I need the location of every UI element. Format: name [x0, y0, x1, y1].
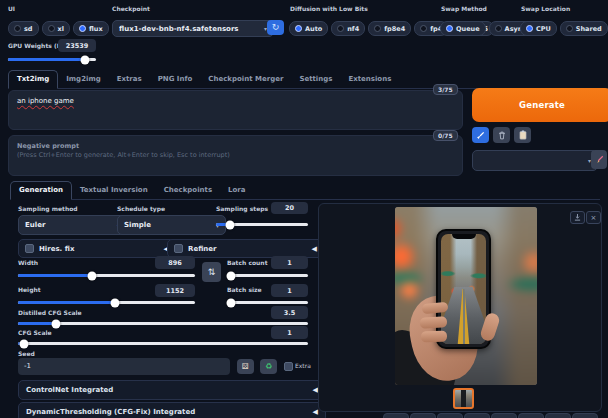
hires-fix-checkbox[interactable]	[25, 244, 34, 253]
paintbrush-icon	[476, 131, 485, 140]
refresh-icon: ↻	[272, 23, 280, 32]
slider-handle[interactable]	[227, 271, 236, 280]
clear-prompt-button[interactable]	[493, 127, 510, 143]
radio-dot	[337, 25, 344, 32]
cfg-scale-slider[interactable]	[18, 342, 308, 345]
gallery-action-button[interactable]	[383, 413, 409, 418]
random-seed-button[interactable]: ⚄	[237, 359, 254, 374]
tab-extensions[interactable]: Extensions	[340, 71, 399, 88]
radio-cpu[interactable]: CPU	[520, 21, 557, 36]
hires-fix-toggle[interactable]: Hires. fix ◀	[18, 239, 176, 258]
slider-handle[interactable]	[51, 319, 60, 328]
batch-count-value[interactable]: 1	[271, 256, 308, 269]
swap-dimensions-button[interactable]: ⇅	[202, 262, 221, 282]
slider-handle[interactable]	[111, 298, 120, 307]
gallery-action-button[interactable]	[545, 413, 571, 418]
paste-clipboard-button[interactable]	[514, 127, 531, 143]
reuse-seed-button[interactable]: ♻	[260, 359, 277, 374]
paintbrush-style-button[interactable]	[472, 127, 489, 143]
radio-dot-selected	[79, 25, 86, 32]
cfg-scale-label: CFG Scale	[18, 329, 52, 336]
gallery-action-button[interactable]	[572, 413, 598, 418]
output-gallery-panel: ×	[318, 203, 602, 412]
tab-generation[interactable]: Generation	[10, 181, 72, 200]
batch-count-slider[interactable]	[227, 274, 308, 277]
tab-extras[interactable]: Extras	[109, 71, 150, 88]
tab-checkpoints[interactable]: Checkpoints	[156, 182, 220, 199]
sampling-method-dropdown[interactable]: Euler ▾	[18, 215, 127, 235]
gpu-weights-value[interactable]: 23539	[58, 39, 96, 52]
batch-size-value[interactable]: 1	[271, 284, 308, 297]
slider-handle[interactable]	[225, 220, 234, 229]
gallery-thumbnail-selected[interactable]	[453, 388, 474, 409]
radio-queue[interactable]: Queue	[440, 21, 486, 36]
ui-group-label: UI	[8, 5, 15, 12]
width-value[interactable]: 896	[155, 256, 195, 269]
negative-token-counter: 0/75	[433, 130, 458, 141]
negative-prompt-textarea[interactable]: Negative prompt (Press Ctrl+Enter to gen…	[8, 135, 463, 176]
radio-flux[interactable]: flux	[73, 21, 109, 36]
height-slider[interactable]	[18, 301, 195, 304]
sampling-steps-value[interactable]: 20	[271, 202, 308, 214]
seed-label: Seed	[18, 350, 35, 357]
gallery-action-button[interactable]	[410, 413, 436, 418]
styles-dropdown[interactable]: ▾	[472, 150, 598, 171]
radio-sd[interactable]: sd	[8, 21, 39, 36]
accordion-dynamic-thresholding[interactable]: DynamicThresholding (CFG-Fix) Integrated…	[18, 402, 326, 418]
negative-prompt-hint: (Press Ctrl+Enter to generate, Alt+Enter…	[17, 151, 230, 159]
distilled-cfg-slider[interactable]	[18, 322, 308, 325]
tab-textual-inversion[interactable]: Textual Inversion	[72, 182, 156, 199]
photo-phone-notch	[452, 234, 476, 239]
gallery-action-button[interactable]	[491, 413, 517, 418]
radio-dot	[495, 25, 502, 32]
generated-image[interactable]	[395, 207, 537, 385]
generate-button[interactable]: Generate	[472, 88, 608, 122]
tab-lora[interactable]: Lora	[220, 182, 253, 199]
radio-shared[interactable]: Shared	[560, 21, 608, 36]
radio-nf4[interactable]: nf4	[331, 21, 365, 36]
tab-img2img[interactable]: Img2img	[58, 71, 108, 88]
seed-extra-checkbox[interactable]	[284, 362, 293, 371]
slider-handle[interactable]	[80, 55, 89, 64]
seed-extra-label: Extra	[295, 362, 311, 369]
checkpoint-dropdown[interactable]: flux1-dev-bnb-nf4.safetensors ▾	[112, 20, 274, 37]
tab-png-info[interactable]: PNG Info	[150, 71, 201, 88]
sampling-steps-slider[interactable]	[216, 223, 308, 226]
photo-phone-screen	[441, 234, 486, 344]
gallery-action-button[interactable]	[518, 413, 544, 418]
cfg-scale-value[interactable]: 1	[271, 326, 308, 339]
checkpoint-label: Checkpoint	[112, 5, 150, 12]
schedule-type-dropdown[interactable]: Simple ▾	[117, 215, 226, 235]
radio-fp8e4[interactable]: fp8e4	[368, 21, 411, 36]
gallery-action-button[interactable]	[464, 413, 490, 418]
accordion-controlnet[interactable]: ControlNet Integrated ◀	[18, 380, 326, 400]
refresh-checkpoint-button[interactable]: ↻	[267, 20, 284, 35]
gallery-action-button[interactable]	[437, 413, 463, 418]
radio-xl[interactable]: xl	[42, 21, 70, 36]
slider-handle[interactable]	[88, 271, 97, 280]
pencil-icon	[595, 155, 604, 164]
radio-dot	[48, 25, 55, 32]
slider-handle[interactable]	[227, 298, 236, 307]
seed-input[interactable]: -1	[18, 358, 230, 375]
close-image-button[interactable]: ×	[586, 211, 601, 224]
tab-settings[interactable]: Settings	[291, 71, 340, 88]
gpu-weights-slider[interactable]	[8, 58, 96, 61]
edit-styles-button[interactable]	[591, 150, 607, 169]
radio-auto[interactable]: Auto	[289, 21, 328, 36]
slider-handle[interactable]	[19, 339, 28, 348]
refiner-checkbox[interactable]	[174, 244, 183, 253]
tab-checkpoint-merger[interactable]: Checkpoint Merger	[200, 71, 291, 88]
width-slider[interactable]	[18, 274, 195, 277]
distilled-cfg-value[interactable]: 3.5	[271, 306, 308, 319]
download-image-button[interactable]	[570, 211, 585, 224]
tab-txt2img[interactable]: Txt2img	[8, 70, 58, 89]
height-value[interactable]: 1152	[155, 284, 195, 297]
prompt-token-counter: 3/75	[433, 84, 458, 95]
sampling-steps-label: Sampling steps	[216, 205, 268, 212]
sampling-method-label: Sampling method	[18, 205, 78, 212]
seed-value: -1	[24, 362, 31, 370]
batch-size-slider[interactable]	[227, 301, 308, 304]
prompt-textarea[interactable]: an iphone game	[8, 90, 463, 130]
height-label: Height	[18, 286, 41, 293]
